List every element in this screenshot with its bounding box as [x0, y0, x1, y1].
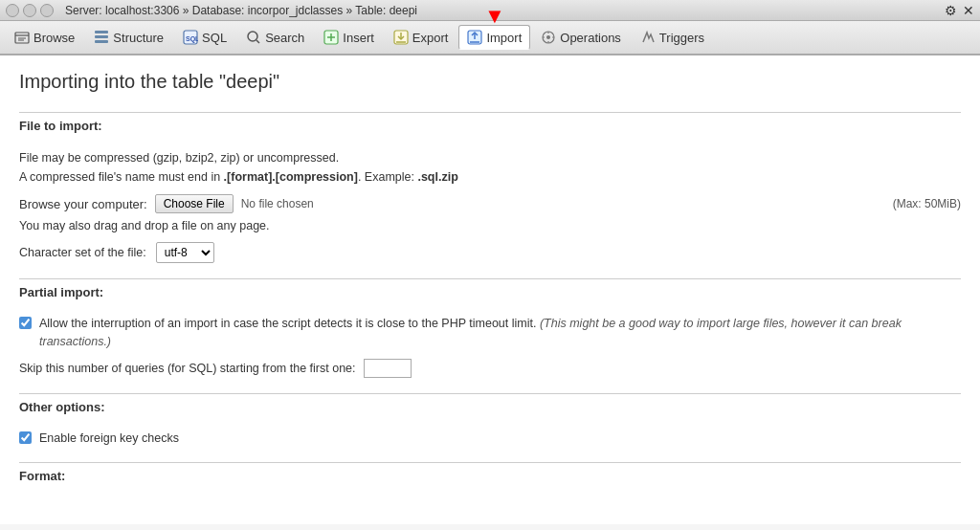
- operations-button[interactable]: Operations: [532, 25, 630, 50]
- max-btn[interactable]: [40, 4, 54, 17]
- page-title: Importing into the table "deepi": [19, 71, 961, 93]
- choose-file-button[interactable]: Choose File: [155, 194, 234, 213]
- format-ext: .[format].[compression]: [224, 170, 358, 184]
- file-to-import-header: File to import:: [19, 112, 961, 139]
- search-button[interactable]: Search: [237, 25, 313, 50]
- foreign-key-row: Enable foreign key checks: [19, 430, 961, 448]
- charset-select[interactable]: utf-8 latin1 utf-16 ascii: [156, 242, 214, 263]
- browse-button[interactable]: Browse: [6, 25, 83, 50]
- import-icon: [467, 30, 482, 45]
- skip-input[interactable]: 0: [364, 359, 412, 378]
- close-btn[interactable]: [6, 4, 19, 17]
- foreign-key-label: Enable foreign key checks: [39, 430, 179, 448]
- file-desc-line2: A compressed file's name must end in .[f…: [19, 167, 961, 187]
- partial-import-header: Partial import:: [19, 278, 961, 305]
- svg-point-21: [546, 35, 550, 39]
- structure-button[interactable]: Structure: [85, 25, 172, 50]
- svg-text:SQL: SQL: [186, 35, 198, 43]
- export-icon: [393, 30, 409, 45]
- interruption-checkbox[interactable]: [19, 317, 32, 329]
- example-ext: .sql.zip: [417, 170, 457, 184]
- title-bar: Server: localhost:3306 » Database: incor…: [0, 0, 980, 21]
- settings-icon[interactable]: ⚙: [945, 3, 957, 18]
- insert-button[interactable]: Insert: [315, 25, 383, 50]
- window-controls[interactable]: [6, 4, 54, 17]
- file-desc-line1: File may be compressed (gzip, bzip2, zip…: [19, 148, 961, 167]
- min-btn[interactable]: [23, 4, 36, 17]
- main-content: Importing into the table "deepi" File to…: [0, 55, 980, 524]
- svg-point-9: [248, 32, 257, 41]
- max-size-text: (Max: 50MiB): [893, 197, 961, 210]
- svg-rect-5: [95, 35, 108, 38]
- structure-icon: [94, 30, 109, 45]
- import-button-container: ▼ Import: [458, 25, 530, 50]
- triggers-icon: [640, 30, 656, 45]
- drag-drop-text: You may also drag and drop a file on any…: [19, 219, 961, 232]
- browse-label: Browse your computer:: [19, 197, 147, 211]
- sql-button[interactable]: SQL SQL: [174, 25, 235, 50]
- format-header: Format:: [19, 462, 961, 489]
- import-button[interactable]: Import: [458, 25, 530, 50]
- format-section: Format:: [19, 462, 961, 489]
- operations-icon: [541, 30, 556, 45]
- partial-import-section: Partial import: Allow the interruption o…: [19, 278, 961, 378]
- sql-icon: SQL: [183, 30, 198, 45]
- search-icon: [246, 30, 261, 45]
- other-options-header: Other options:: [19, 393, 961, 420]
- skip-label: Skip this number of queries (for SQL) st…: [19, 362, 356, 375]
- other-options-section: Other options: Enable foreign key checks: [19, 393, 961, 448]
- title-text: Server: localhost:3306 » Database: incor…: [65, 4, 417, 17]
- close-icon[interactable]: ✕: [963, 3, 974, 18]
- export-button[interactable]: Export: [385, 25, 457, 50]
- interruption-checkbox-row: Allow the interruption of an import in c…: [19, 315, 961, 351]
- triggers-button[interactable]: Triggers: [632, 25, 713, 50]
- interruption-text: Allow the interruption of an import in c…: [39, 315, 961, 351]
- foreign-key-checkbox[interactable]: [19, 431, 32, 444]
- file-description: File may be compressed (gzip, bzip2, zip…: [19, 148, 961, 187]
- file-to-import-section: File to import: File may be compressed (…: [19, 112, 961, 263]
- charset-label: Character set of the file:: [19, 246, 146, 259]
- browse-row: Browse your computer: Choose File No fil…: [19, 194, 961, 213]
- charset-row: Character set of the file: utf-8 latin1 …: [19, 242, 961, 263]
- svg-rect-4: [95, 31, 108, 33]
- no-file-text: No file chosen: [241, 197, 314, 210]
- interruption-label: Allow the interruption of an import in c…: [39, 317, 536, 330]
- nav-toolbar: Browse Structure SQL SQL Search Ins: [0, 21, 980, 55]
- svg-rect-6: [95, 40, 108, 43]
- svg-line-10: [256, 40, 259, 43]
- browse-icon: [14, 30, 30, 45]
- insert-icon: [323, 30, 339, 45]
- skip-row: Skip this number of queries (for SQL) st…: [19, 359, 961, 378]
